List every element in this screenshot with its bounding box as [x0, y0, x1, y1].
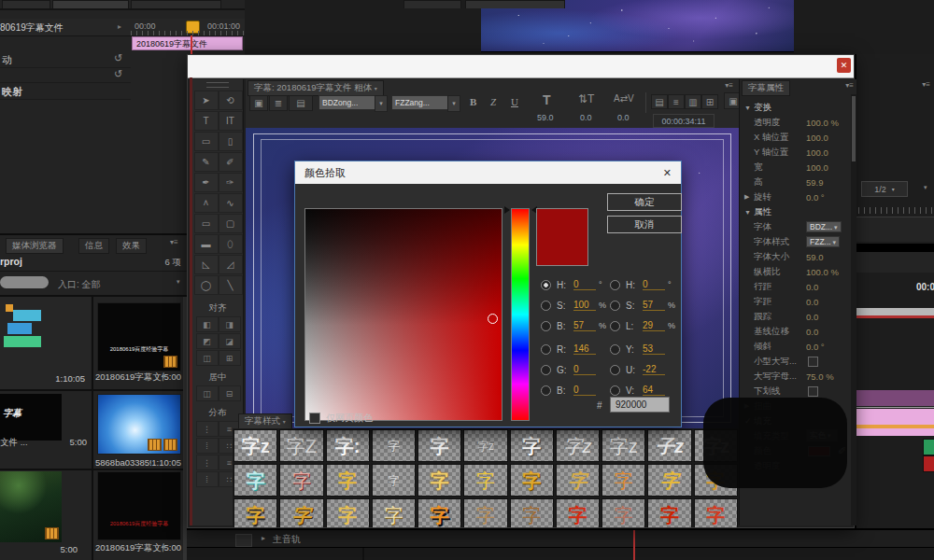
property-row[interactable]: 字体大小 59.0 ✐ [740, 249, 856, 264]
track-clip-purple[interactable] [856, 390, 934, 406]
style-swatch[interactable]: 字 [326, 498, 370, 527]
type-tool-icon[interactable]: T [194, 111, 219, 131]
style-swatch[interactable]: 字 [510, 429, 554, 462]
templates-button[interactable]: ▤ [289, 95, 313, 111]
dialog-close-icon[interactable]: ✕ [663, 167, 672, 179]
property-row[interactable]: 透明度 100.0 % ✐ [740, 115, 856, 130]
selected-clip-bar[interactable] [856, 308, 934, 315]
property-row[interactable]: 宽 100.0 ✐ [740, 160, 856, 175]
property-row[interactable]: 大写字母... 75.0 % ✐ [740, 369, 856, 384]
style-swatch[interactable]: 字z [601, 429, 645, 462]
style-swatch[interactable]: 字 [510, 498, 554, 527]
color-field-cursor[interactable] [488, 314, 498, 324]
bold-button[interactable]: B [470, 96, 476, 107]
effect-row[interactable]: 映射 [0, 82, 131, 100]
property-row[interactable]: 纵横比 100.0 % ✐ [740, 264, 856, 279]
style-swatch[interactable]: 字 [601, 464, 645, 497]
rectangle-tool-icon[interactable]: ▭ [194, 214, 219, 233]
track-clip-pink[interactable] [856, 409, 934, 436]
arc-tool-icon[interactable]: ◿ [219, 255, 243, 274]
background-timecode[interactable]: 00:00:34:11 [653, 114, 715, 128]
titler-tab[interactable]: 字幕: 20180619字幕文件 粗体 ▾ [248, 80, 384, 96]
property-row[interactable]: 字体样式 FZZ... ✐ [740, 234, 856, 249]
color-value-row[interactable]: H: 0 ° [541, 277, 608, 292]
property-checkbox[interactable] [808, 357, 818, 367]
project-item-forest[interactable]: 5:00 [0, 471, 91, 560]
style-swatch[interactable]: 字 [463, 498, 507, 527]
vertical-area-type-tool-icon[interactable]: ▯ [219, 132, 243, 151]
property-row[interactable]: 字体 BDZ... ✐ [740, 219, 856, 234]
color-value-row[interactable]: S: 57 % [610, 298, 677, 313]
titler-styles-tab[interactable]: 字幕样式 ▾ [238, 413, 292, 429]
web-colors-checkbox[interactable] [309, 413, 320, 424]
radio-button[interactable] [541, 365, 551, 375]
color-value-row[interactable]: B: 57 % [541, 318, 608, 333]
property-row[interactable]: Y 轴位置 100.0 ✐ [740, 145, 856, 160]
style-swatch[interactable]: 字 [234, 464, 277, 497]
align-button[interactable]: ◪ [219, 333, 241, 349]
property-row[interactable]: 高 59.9 ✐ [740, 175, 856, 189]
mini-ruler-ticks[interactable] [131, 31, 245, 35]
reset-icon[interactable]: ↺ [114, 68, 122, 80]
kerning-value[interactable]: 0.0 [617, 113, 630, 122]
scrollbar-thumb[interactable] [852, 96, 856, 161]
style-swatch[interactable]: 字 [647, 464, 691, 497]
ellipse-tool-icon[interactable]: ◯ [194, 275, 219, 295]
cancel-button[interactable]: 取消 [607, 216, 682, 233]
window-close-button[interactable]: ✕ [837, 58, 851, 73]
expand-right-icon[interactable]: ▸ [262, 534, 265, 542]
radio-button[interactable] [610, 385, 620, 396]
property-row[interactable]: 基线位移 0.0 ✐ [740, 324, 856, 339]
style-swatch[interactable]: 字 [326, 464, 370, 497]
underline-button[interactable]: U [511, 96, 518, 107]
search-input[interactable] [0, 276, 49, 288]
style-swatch[interactable]: 字 [417, 464, 461, 497]
project-item-title[interactable]: 20180619百度经验字幕 20180619字幕文件 5:00 [93, 297, 183, 389]
style-swatch[interactable]: 字 [279, 498, 323, 527]
hue-slider[interactable] [511, 208, 530, 421]
tab-media-browser[interactable]: 媒体浏览器 [6, 238, 64, 254]
radio-button[interactable] [610, 280, 620, 290]
style-swatch[interactable]: 字 [279, 464, 323, 497]
color-value-row[interactable]: V: 64 [610, 383, 677, 398]
selection-tool-icon[interactable]: ➤ [194, 91, 219, 110]
zoom-level-dropdown[interactable]: 1/2 ▾ [861, 181, 908, 197]
style-swatch[interactable]: 字 [463, 464, 507, 497]
font-style-dropdown[interactable]: FZZang... [391, 95, 453, 110]
style-swatch[interactable]: 字 [647, 498, 691, 527]
timeline-ruler-ticks[interactable] [858, 207, 934, 214]
property-row[interactable]: 小型大写... ✐ [740, 354, 856, 369]
style-swatch[interactable]: 字 [372, 464, 416, 497]
tab-effects[interactable]: 效果 [116, 238, 147, 254]
style-swatch[interactable]: 字 [234, 498, 277, 527]
color-value-row[interactable]: H: 0 ° [610, 277, 677, 292]
property-row[interactable]: 跟踪 0.0 ✐ [740, 309, 856, 324]
effect-row[interactable]: 动 ↺ [0, 50, 131, 68]
panel-grip[interactable] [206, 82, 229, 88]
convert-anchor-tool-icon[interactable]: ∿ [219, 193, 243, 213]
dropdown-icon[interactable]: ▾ [924, 184, 927, 191]
path-type-tool-icon[interactable]: ✎ [194, 152, 219, 172]
new-title-button[interactable]: ▣ [249, 95, 268, 111]
align-right-button[interactable]: ▥ [685, 94, 701, 109]
distribute-button[interactable]: ⋮ [196, 421, 219, 437]
font-style-dropdown-arrow[interactable]: ▾ [447, 95, 460, 112]
align-button[interactable]: ⊞ [219, 350, 241, 366]
radio-button[interactable] [541, 385, 551, 396]
style-swatch[interactable]: 字z [234, 429, 277, 462]
style-swatch[interactable]: 字 [510, 464, 554, 497]
hue-slider-marker-left[interactable] [504, 206, 510, 214]
align-button[interactable]: ◨ [219, 316, 241, 332]
tab-info[interactable]: 信息 [78, 238, 109, 254]
track-toggle-box[interactable] [235, 534, 252, 547]
radio-button[interactable] [541, 280, 551, 290]
color-value-row[interactable]: G: 0 [541, 362, 608, 377]
radio-button[interactable] [610, 301, 620, 311]
rounded-rectangle2-tool-icon[interactable]: ⬯ [219, 234, 243, 254]
web-colors-only-row[interactable]: 仅网页颜色 [309, 412, 373, 425]
distribute-button[interactable]: ⁞ [196, 471, 219, 487]
center-button[interactable]: ◫ [196, 385, 219, 401]
style-swatch[interactable]: 字 [601, 498, 645, 527]
property-row[interactable]: 行距 0.0 ✐ [740, 279, 856, 294]
property-row[interactable]: 字距 0.0 ✐ [740, 294, 856, 309]
